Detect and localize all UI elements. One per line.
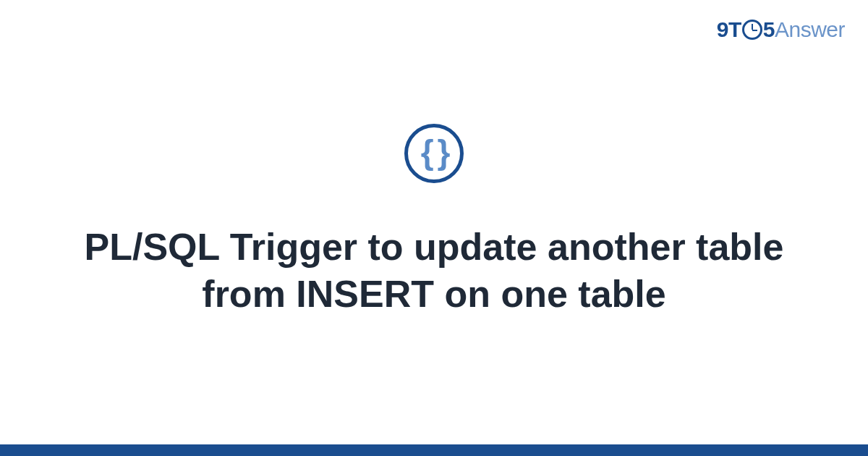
logo-text-5: 5 [763,17,775,42]
main-content: { } PL/SQL Trigger to update another tab… [0,0,868,456]
code-braces-icon: { } [421,135,448,169]
category-icon-circle: { } [404,124,464,183]
footer-accent-bar [0,444,868,456]
logo-text-9t: 9T [717,17,741,42]
site-logo: 9T 5 Answer [717,17,845,42]
logo-text-answer: Answer [775,17,845,42]
page-title: PL/SQL Trigger to update another table f… [72,224,796,318]
clock-icon [742,20,762,40]
